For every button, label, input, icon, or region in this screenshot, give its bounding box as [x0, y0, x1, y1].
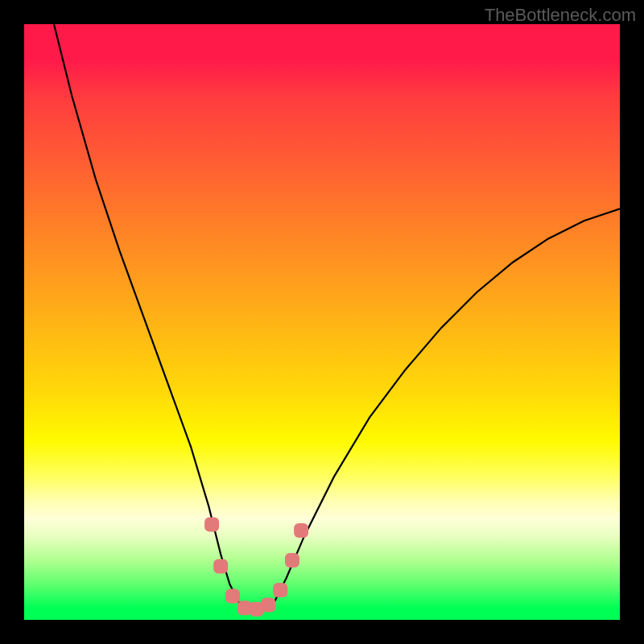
marker-point	[294, 523, 308, 538]
marker-point	[273, 583, 287, 597]
marker-point	[204, 518, 219, 532]
marker-point	[285, 553, 299, 568]
chart-svg	[24, 24, 620, 620]
marker-point	[213, 559, 228, 573]
marker-point	[225, 588, 240, 603]
watermark-text: TheBottleneck.com	[485, 5, 636, 26]
highlighted-markers	[204, 518, 308, 617]
chart-plot-area	[24, 24, 620, 620]
marker-point	[261, 598, 275, 613]
bottleneck-curve-line	[54, 24, 620, 611]
